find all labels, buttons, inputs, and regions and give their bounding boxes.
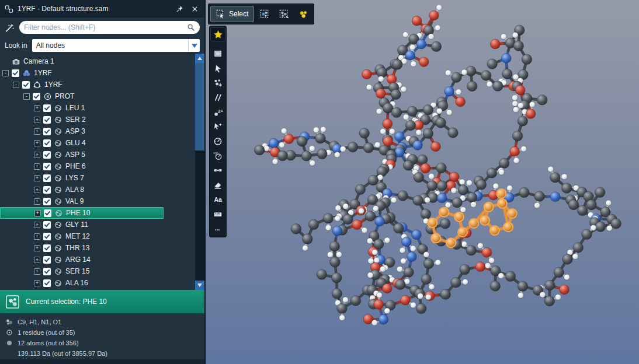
ruler-tool-button[interactable] xyxy=(211,208,225,220)
selection-tool-button[interactable] xyxy=(211,47,225,60)
tree-item-val-9[interactable]: +VAL 9 xyxy=(0,195,195,207)
tree-item-leu-1[interactable]: +LEU 1 xyxy=(0,102,195,114)
tree-item-gly-11[interactable]: +GLY 11 xyxy=(0,219,195,230)
expander-toggle[interactable]: + xyxy=(34,245,40,251)
bond-tool-button[interactable] xyxy=(211,91,225,104)
tree-item-arg-14[interactable]: +ARG 14 xyxy=(0,254,195,265)
favorites-button[interactable] xyxy=(211,28,225,41)
visibility-checkbox[interactable] xyxy=(43,198,51,205)
visibility-checkbox[interactable] xyxy=(43,279,51,287)
tree-item-lys-7[interactable]: +LYS 7 xyxy=(0,172,195,184)
expander-toggle[interactable]: - xyxy=(2,70,9,76)
visibility-checkbox[interactable] xyxy=(43,186,51,194)
text-icon: Aa xyxy=(213,195,223,205)
select-elements-button[interactable] xyxy=(294,6,312,22)
expander-toggle[interactable]: + xyxy=(34,280,40,286)
look-in-value: All nodes xyxy=(32,39,188,52)
charge-tool-button[interactable]: 2+ xyxy=(211,106,225,118)
eraser-tool-button[interactable] xyxy=(211,178,225,191)
pointer-tool-button[interactable] xyxy=(211,62,225,75)
tree-item-label: PHE 6 xyxy=(65,162,86,170)
add-atoms-tool-button[interactable] xyxy=(211,76,225,89)
select-structures-button[interactable] xyxy=(256,6,273,22)
expander-toggle[interactable]: + xyxy=(34,210,41,216)
tree-item-ser-15[interactable]: +SER 15 xyxy=(0,265,195,277)
status-line: 139.113 Da (out of 3855.97 Da) xyxy=(5,348,200,358)
visibility-checkbox[interactable] xyxy=(43,116,51,124)
visibility-checkbox[interactable] xyxy=(43,174,51,182)
chevron-down-icon[interactable] xyxy=(188,39,200,52)
expander-toggle[interactable]: + xyxy=(34,257,40,263)
selection-text: Current selection: PHE 10 xyxy=(26,298,107,306)
scroll-up-button[interactable] xyxy=(195,54,204,63)
scroll-thumb[interactable] xyxy=(195,63,204,150)
select-tool-icon xyxy=(216,9,225,19)
visibility-checkbox[interactable] xyxy=(12,69,19,77)
xyz-gauge-tool-button[interactable]: xyz xyxy=(211,149,225,162)
residue-icon xyxy=(54,197,62,206)
visibility-checkbox[interactable] xyxy=(43,221,51,229)
residue-icon xyxy=(54,279,62,288)
expander-toggle[interactable]: + xyxy=(34,105,40,111)
tree-item-1yrf[interactable]: -1YRF xyxy=(0,67,195,79)
select-groups-button[interactable] xyxy=(275,6,293,22)
visibility-checkbox[interactable] xyxy=(44,209,51,217)
tree-item-asp-5[interactable]: +ASP 5 xyxy=(0,149,195,160)
tree-item-thr-13[interactable]: +THR 13 xyxy=(0,242,195,254)
visibility-checkbox[interactable] xyxy=(43,139,51,147)
tree-item-asp-3[interactable]: +ASP 3 xyxy=(0,125,195,137)
visibility-checkbox[interactable] xyxy=(43,104,51,112)
tree-item-ser-2[interactable]: +SER 2 xyxy=(0,114,195,125)
links-tool-button[interactable] xyxy=(211,164,225,177)
look-in-dropdown[interactable]: All nodes xyxy=(32,39,200,52)
tree-item-glu-4[interactable]: +GLU 4 xyxy=(0,137,195,149)
expander-toggle[interactable]: + xyxy=(34,128,40,135)
tree-item-phe-10[interactable]: +PHE 10 xyxy=(0,207,164,219)
camera-icon xyxy=(12,57,20,66)
tree-item-ala-16[interactable]: +ALA 16 xyxy=(0,277,195,289)
tree-item-prot[interactable]: -SPROT xyxy=(0,90,195,102)
text-tool-button[interactable]: Aa xyxy=(211,193,225,206)
visibility-checkbox[interactable] xyxy=(22,81,30,89)
tree-item-ala-8[interactable]: +ALA 8 xyxy=(0,184,195,195)
tree-scrollbar[interactable] xyxy=(195,54,204,290)
expander-toggle[interactable]: - xyxy=(13,82,19,88)
visibility-checkbox[interactable] xyxy=(43,268,51,275)
expander-toggle[interactable]: + xyxy=(34,152,40,158)
filter-input[interactable] xyxy=(24,23,185,32)
scroll-track[interactable] xyxy=(195,150,204,281)
visibility-checkbox[interactable] xyxy=(33,93,40,100)
visibility-checkbox[interactable] xyxy=(43,256,51,264)
expander-toggle[interactable]: + xyxy=(34,222,40,228)
expander-toggle[interactable]: + xyxy=(34,140,40,146)
expander-toggle[interactable]: + xyxy=(34,198,40,205)
expander-toggle[interactable]: + xyxy=(34,175,40,181)
tree-item-label: GLY 11 xyxy=(65,220,88,229)
pin-icon[interactable] xyxy=(175,4,185,14)
visibility-checkbox[interactable] xyxy=(43,128,51,135)
sel-groups-icon xyxy=(279,9,289,19)
expander-toggle[interactable]: + xyxy=(34,163,40,170)
visibility-checkbox[interactable] xyxy=(43,244,51,252)
close-icon[interactable] xyxy=(189,4,200,14)
expander-toggle[interactable]: + xyxy=(34,268,40,275)
viewport-3d[interactable]: Select 2+xyzAa... xyxy=(206,0,639,364)
expander-toggle[interactable]: + xyxy=(34,233,40,240)
visibility-checkbox[interactable] xyxy=(43,233,51,240)
expander-toggle[interactable]: + xyxy=(34,117,40,123)
tree-item-met-12[interactable]: +MET 12 xyxy=(0,230,195,242)
expander-toggle[interactable]: - xyxy=(23,93,30,100)
visibility-checkbox[interactable] xyxy=(43,163,51,170)
tree-item-phe-6[interactable]: +PHE 6 xyxy=(0,160,195,172)
tree-item-1yrf[interactable]: -1YRF xyxy=(0,79,195,90)
gauge-tool-button[interactable] xyxy=(211,135,225,148)
scroll-down-button[interactable] xyxy=(195,281,204,290)
visibility-checkbox[interactable] xyxy=(43,151,51,159)
pick-tool-button[interactable] xyxy=(211,120,225,133)
tree-item-camera-1[interactable]: +Camera 1 xyxy=(0,55,195,67)
more-tools-button[interactable]: ... xyxy=(211,222,225,235)
expander-toggle[interactable]: + xyxy=(34,187,40,193)
molecule-icon xyxy=(33,80,41,89)
magic-wand-icon[interactable] xyxy=(5,23,15,33)
select-tool-button[interactable]: Select xyxy=(210,6,254,22)
